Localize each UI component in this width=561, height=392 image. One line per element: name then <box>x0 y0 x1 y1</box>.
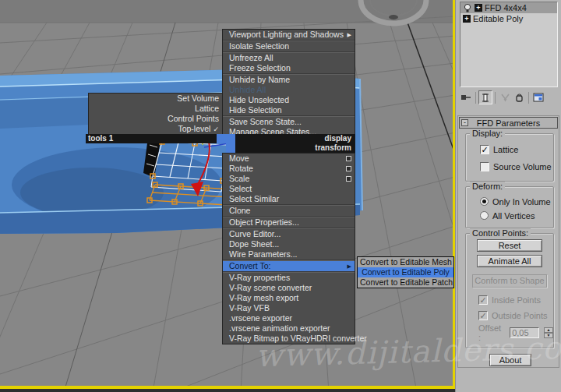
menu-item-curve-editor[interactable]: Curve Editor... <box>223 229 355 239</box>
rollout-header[interactable]: - FFD Parameters <box>459 117 558 129</box>
menu-item-set-volume[interactable]: Set Volume <box>89 94 225 104</box>
pin-stack-button[interactable] <box>459 90 473 104</box>
quad-corner-marker <box>217 134 226 143</box>
menu-item-label: Curve Editor... <box>229 229 281 239</box>
menu-item-label: Select Similar <box>229 194 279 204</box>
offset-label: Offset : <box>478 323 506 342</box>
menu-item-lattice[interactable]: Lattice <box>89 104 225 114</box>
menu-item-unfreeze-all[interactable]: Unfreeze All <box>223 53 355 63</box>
source-volume-checkbox[interactable] <box>480 162 489 171</box>
menu-item-vrscene-animation-exporter[interactable]: .vrscene animation exporter <box>223 323 355 334</box>
menu-item-label: Unfreeze All <box>229 53 273 63</box>
menu-item-save-scene-state[interactable]: Save Scene State... <box>223 117 355 127</box>
source-volume-checkbox-row[interactable]: Source Volume <box>480 161 552 171</box>
display-quad-menu: Viewport Lighting and Shadows▶ Isolate S… <box>222 29 355 138</box>
menu-item-vray-scene-converter[interactable]: V-Ray scene converter <box>223 283 355 293</box>
tools-quad-menu: Set Volume Lattice Control Points Top-le… <box>88 93 226 135</box>
menu-item-vray-bitmap-converter[interactable]: V-Ray Bitmap to VRayHDRI converter <box>223 334 355 344</box>
quad-header-display[interactable]: display <box>226 134 355 143</box>
menu-item-convert-editable-poly[interactable]: Convert to Editable Poly <box>358 267 453 277</box>
menu-item-convert-editable-patch[interactable]: Convert to Editable Patch <box>358 277 453 288</box>
menu-item-label: .vrscene animation exporter <box>229 323 330 334</box>
menu-item-isolate-selection[interactable]: Isolate Selection <box>223 41 355 51</box>
menu-item-label: Viewport Lighting and Shadows <box>229 30 344 40</box>
quad-header-transform[interactable]: transform <box>226 143 355 153</box>
group-label: Control Points: <box>470 228 531 238</box>
outside-points-checkbox: ✓ <box>478 311 488 320</box>
checkbox-label: Outside Points <box>492 311 548 320</box>
make-unique-button[interactable] <box>498 90 512 104</box>
menu-item-freeze-selection[interactable]: Freeze Selection <box>223 63 355 73</box>
menu-item-label: Set Volume <box>177 94 219 104</box>
menu-item-label: V-Ray VFB <box>229 303 270 313</box>
menu-item-scale[interactable]: Scale <box>223 174 355 184</box>
collapse-minus-icon[interactable]: - <box>461 119 468 126</box>
remove-modifier-button[interactable] <box>512 90 526 104</box>
menu-item-label: Rotate <box>229 164 253 174</box>
lattice-checkbox[interactable]: ✓ <box>480 145 489 154</box>
menu-item-convert-to[interactable]: Convert To:▶ <box>223 261 355 271</box>
quad-header-tools[interactable]: tools 1 <box>86 134 226 143</box>
conform-to-shape-button: Conform to Shape <box>472 274 547 288</box>
menu-item-vrscene-exporter[interactable]: .vrscene exporter <box>223 313 355 323</box>
menu-item-hide-selection[interactable]: Hide Selection <box>223 105 355 115</box>
convert-to-submenu: Convert to Editable Mesh Convert to Edit… <box>357 256 454 288</box>
menu-item-vray-properties[interactable]: V-Ray properties <box>223 273 355 283</box>
menu-item-label: Select <box>229 184 252 194</box>
expand-plus-icon[interactable]: + <box>475 4 482 12</box>
settings-box-icon[interactable] <box>346 176 351 182</box>
about-button[interactable]: About <box>489 354 531 366</box>
menu-item-object-properties[interactable]: Object Properties... <box>223 217 355 228</box>
menu-item-clone[interactable]: Clone <box>223 206 355 216</box>
modifier-name: Editable Poly <box>473 14 523 23</box>
settings-box-icon[interactable] <box>346 156 351 161</box>
spinner-down-icon[interactable]: ▼ <box>544 333 553 338</box>
offset-spinner[interactable]: ▲ ▼ <box>544 327 553 338</box>
animate-all-button[interactable]: Animate All <box>477 255 542 267</box>
menu-item-move[interactable]: Move <box>223 154 355 164</box>
menu-item-wire-parameters[interactable]: Wire Parameters... <box>223 249 355 260</box>
menu-item-select-similar[interactable]: Select Similar <box>223 194 355 204</box>
only-in-volume-radio[interactable] <box>480 197 489 206</box>
menu-item-rotate[interactable]: Rotate <box>223 164 355 174</box>
menu-item-vray-vfb[interactable]: V-Ray VFB <box>223 303 355 313</box>
settings-box-icon[interactable] <box>346 166 351 171</box>
lattice-checkbox-row[interactable]: ✓ Lattice <box>480 144 518 154</box>
menu-item-label: V-Ray properties <box>229 273 290 283</box>
modifier-stack-row-ffd[interactable]: + FFD 4x4x4 <box>460 2 557 13</box>
inside-points-checkbox-row: ✓ Inside Points <box>478 295 541 305</box>
menu-item-unhide-all: Unhide All <box>223 85 355 95</box>
checkbox-label: Lattice <box>493 145 518 154</box>
menu-item-top-level[interactable]: Top-level✓ <box>89 124 225 134</box>
visibility-bulb-icon[interactable] <box>463 3 472 13</box>
all-vertices-radio[interactable] <box>480 211 489 220</box>
expand-plus-icon[interactable]: + <box>463 15 471 23</box>
inside-points-checkbox: ✓ <box>478 295 488 305</box>
menu-item-label: Hide Selection <box>229 105 282 115</box>
menu-item-control-points[interactable]: Control Points <box>89 114 225 124</box>
all-vertices-radio-row[interactable]: All Vertices <box>480 210 535 221</box>
spinner-up-icon[interactable]: ▲ <box>544 327 553 333</box>
menu-item-label: V-Ray scene converter <box>229 283 312 293</box>
menu-item-dope-sheet[interactable]: Dope Sheet... <box>223 239 355 249</box>
modifier-stack-row-editable-poly[interactable]: + Editable Poly <box>460 13 557 24</box>
only-in-volume-radio-row[interactable]: Only In Volume <box>480 196 551 207</box>
toolbar-separator <box>528 92 529 104</box>
menu-item-vray-mesh-export[interactable]: V-Ray mesh export <box>223 293 355 303</box>
menu-item-unhide-by-name[interactable]: Unhide by Name <box>223 75 355 85</box>
menu-item-convert-editable-mesh[interactable]: Convert to Editable Mesh <box>358 257 453 267</box>
show-end-result-button[interactable] <box>478 90 492 104</box>
quad-corner-marker <box>226 134 235 143</box>
menu-item-label: Unhide by Name <box>229 75 290 85</box>
menu-item-select[interactable]: Select <box>223 184 355 194</box>
menu-item-hide-unselected[interactable]: Hide Unselected <box>223 95 355 105</box>
offset-row: Offset : 0,05 ▲ ▼ <box>478 327 553 337</box>
submenu-arrow-icon: ▶ <box>348 261 351 271</box>
reset-button[interactable]: Reset <box>477 239 542 252</box>
configure-modifier-sets-button[interactable] <box>531 90 545 104</box>
menu-item-viewport-lighting[interactable]: Viewport Lighting and Shadows▶ <box>223 30 355 40</box>
checkmark-icon: ✓ <box>213 125 219 133</box>
offset-field[interactable]: 0,05 <box>510 327 539 338</box>
modifier-stack-list[interactable]: + FFD 4x4x4 + Editable Poly <box>460 2 558 87</box>
sky <box>0 0 455 23</box>
